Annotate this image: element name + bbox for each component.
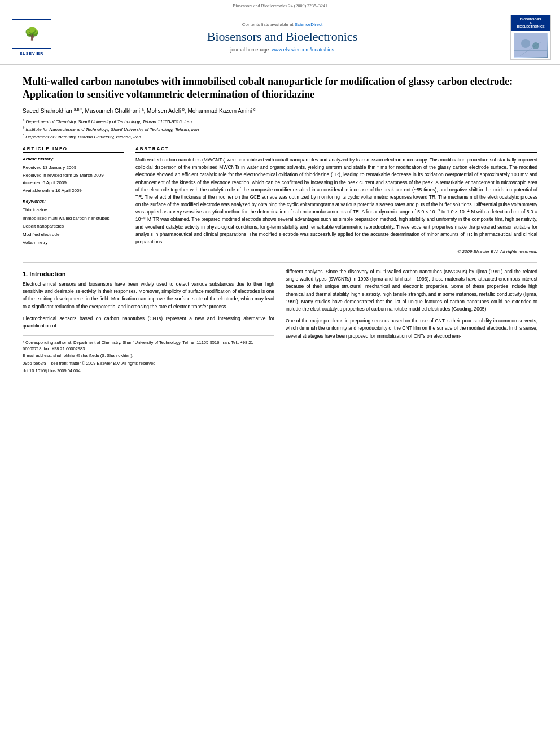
abstract-col: ABSTRACT Multi-walled carbon nanotubes (… — [135, 146, 537, 254]
svg-point-2 — [532, 42, 539, 49]
svg-point-1 — [521, 39, 530, 48]
body-section: 1. Introduction Electrochemical sensors … — [23, 268, 537, 373]
issn-line: 0956-5663/$ – see front matter © 2009 El… — [23, 361, 274, 366]
accepted-date: Accepted 6 April 2009 — [23, 180, 67, 185]
online-date: Available online 16 April 2009 — [23, 188, 82, 193]
body-left-col: 1. Introduction Electrochemical sensors … — [23, 268, 274, 373]
intro-paragraph-1: Electrochemical sensors and biosensors h… — [23, 281, 274, 311]
article-info-col: ARTICLE INFO Article history: Received 1… — [23, 146, 124, 254]
cover-image-placeholder — [514, 33, 548, 58]
page-wrapper: Biosensors and Bioelectronics 24 (2009) … — [0, 0, 560, 379]
cover-top: BIOSENSORS & BIOELECTRONICS — [511, 15, 550, 31]
article-info-header: ARTICLE INFO — [23, 146, 124, 153]
contents-line: Contents lists available at ScienceDirec… — [63, 22, 501, 27]
footnote-corresponding: * Corresponding author at: Department of… — [23, 339, 274, 352]
abstract-text: Multi-walled carbon nanotubes (MWCNTs) w… — [135, 156, 537, 246]
journal-homepage: journal homepage: www.elsevier.com/locat… — [63, 47, 501, 53]
cover-title: BIOSENSORS & BIOELECTRONICS — [517, 18, 544, 29]
keywords-label: Keywords: — [23, 199, 124, 204]
article-history-label: Article history: — [23, 156, 124, 161]
journal-title: Biosensors and Bioelectronics — [63, 29, 501, 44]
revised-date: Received in revised form 28 March 2009 — [23, 173, 104, 178]
article-title: Multi-walled carbon nanotubes with immob… — [23, 75, 537, 102]
footnote-section: * Corresponding author at: Department of… — [23, 335, 274, 373]
cover-bottom — [511, 31, 550, 59]
section-divider — [23, 262, 537, 263]
journal-top-bar: Biosensors and Bioelectronics 24 (2009) … — [0, 0, 560, 10]
intro-right-paragraph-1: different analytes. Since the discovery … — [286, 268, 537, 313]
intro-right-paragraph-2: One of the major problems in preparing s… — [286, 317, 537, 340]
sciencedirect-link[interactable]: ScienceDirect — [295, 22, 322, 27]
journal-homepage-link[interactable]: www.elsevier.com/locate/bios — [272, 47, 334, 53]
svg-rect-0 — [514, 33, 547, 57]
article-content: Multi-walled carbon nanotubes with immob… — [0, 65, 560, 379]
journal-cover-image: BIOSENSORS & BIOELECTRONICS — [510, 15, 551, 60]
elsevier-tree-icon: 🌳 — [24, 28, 40, 40]
intro-section-title: 1. Introduction — [23, 270, 274, 277]
intro-paragraph-2: Electrochemical sensors based on carbon … — [23, 315, 274, 330]
abstract-header: ABSTRACT — [135, 146, 537, 153]
footnote-email: E-mail address: shahrokhian@sharif.edu (… — [23, 352, 274, 359]
copyright-line: © 2009 Elsevier B.V. All rights reserved… — [135, 249, 537, 254]
doi-line: doi:10.1016/j.bios.2009.04.004 — [23, 368, 274, 373]
keywords-list: Thioridazine Immobilised multi-walled ca… — [23, 206, 124, 247]
elsevier-label: ELSEVIER — [20, 51, 44, 55]
article-dates: Received 13 January 2009 Received in rev… — [23, 164, 124, 194]
authors-line: Saeed Shahrokhian a,b,*, Masoumeh Ghalkh… — [23, 107, 537, 114]
affiliations: a Department of Chemistry, Sharif Univer… — [23, 117, 537, 141]
journal-header: 🌳 ELSEVIER Contents lists available at S… — [0, 10, 560, 65]
body-right-col: different analytes. Since the discovery … — [286, 268, 537, 373]
elsevier-logo: 🌳 ELSEVIER — [9, 19, 54, 55]
received-date: Received 13 January 2009 — [23, 165, 76, 170]
journal-citation: Biosensors and Bioelectronics 24 (2009) … — [233, 3, 327, 8]
journal-name-center: Contents lists available at ScienceDirec… — [63, 22, 501, 52]
elsevier-logo-box: 🌳 — [12, 19, 51, 49]
article-info-abstract-section: ARTICLE INFO Article history: Received 1… — [23, 146, 537, 254]
